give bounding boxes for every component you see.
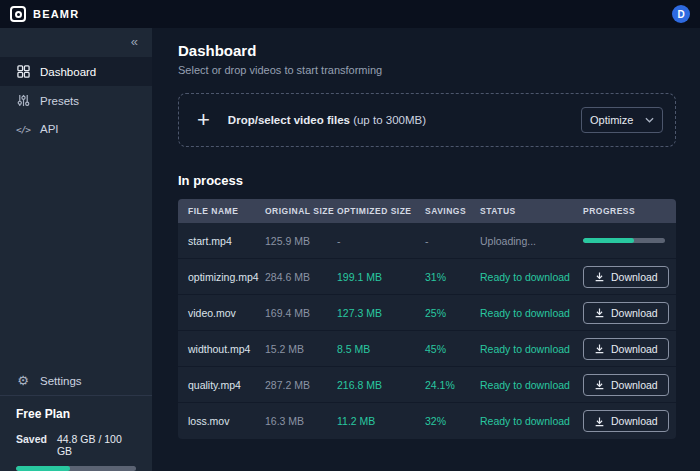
- gear-icon: ⚙: [16, 374, 30, 387]
- dropzone-label-bold: Drop/select video files: [228, 114, 350, 126]
- column-header: SAVINGS: [425, 206, 480, 216]
- status: Ready to download: [480, 415, 583, 427]
- download-button[interactable]: Download: [583, 302, 669, 324]
- original-size: 125.9 MB: [265, 235, 337, 247]
- table-row: video.mov 169.4 MB 127.3 MB 25% Ready to…: [178, 295, 676, 331]
- download-label: Download: [611, 379, 658, 391]
- sidebar-item-label: Presets: [40, 95, 79, 107]
- download-icon: [594, 416, 605, 427]
- sidebar-item-label: Settings: [40, 375, 82, 387]
- main-content: Dashboard Select or drop videos to start…: [152, 28, 700, 471]
- beamr-logo-icon: [10, 6, 26, 22]
- plan-progress-bar: [16, 466, 136, 471]
- optimized-size: 199.1 MB: [337, 271, 425, 283]
- plan-progress-fill: [16, 466, 70, 471]
- saved-value: 44.8 GB / 100 GB: [57, 433, 136, 457]
- brand-name: BEAMR: [33, 8, 79, 20]
- optimize-select-value: Optimize: [590, 114, 633, 126]
- dropzone-label-note: (up to 300MB): [353, 114, 426, 126]
- table-header-row: FILE NAMEORIGINAL SIZEOPTIMIZED SIZESAVI…: [178, 199, 676, 223]
- download-label: Download: [611, 343, 658, 355]
- download-button[interactable]: Download: [583, 410, 669, 432]
- in-process-title: In process: [178, 173, 676, 188]
- optimize-select[interactable]: Optimize: [581, 107, 663, 133]
- table-row: widthout.mp4 15.2 MB 8.5 MB 45% Ready to…: [178, 331, 676, 367]
- download-button[interactable]: Download: [583, 374, 669, 396]
- savings: -: [425, 235, 480, 247]
- original-size: 287.2 MB: [265, 379, 337, 391]
- sidebar-item-label: API: [40, 123, 59, 135]
- file-name: quality.mp4: [178, 379, 265, 391]
- dropzone[interactable]: + Drop/select video files (up to 300MB) …: [178, 93, 676, 147]
- download-icon: [594, 271, 605, 282]
- download-icon: [594, 343, 605, 354]
- status: Uploading...: [480, 235, 583, 247]
- savings: 32%: [425, 415, 480, 427]
- chevrons-left-icon: «: [131, 34, 138, 49]
- optimized-size: 11.2 MB: [337, 415, 425, 427]
- file-name: optimizing.mp4: [178, 271, 265, 283]
- download-icon: [594, 379, 605, 390]
- download-label: Download: [611, 415, 658, 427]
- status: Ready to download: [480, 379, 583, 391]
- original-size: 284.6 MB: [265, 271, 337, 283]
- dropzone-label: Drop/select video files (up to 300MB): [228, 114, 426, 126]
- file-name: video.mov: [178, 307, 265, 319]
- savings: 24.1%: [425, 379, 480, 391]
- in-process-table: FILE NAMEORIGINAL SIZEOPTIMIZED SIZESAVI…: [178, 199, 676, 439]
- user-avatar[interactable]: D: [672, 5, 690, 23]
- plus-icon: +: [197, 109, 210, 131]
- plan-name: Free Plan: [16, 407, 136, 421]
- optimized-size: 127.3 MB: [337, 307, 425, 319]
- column-header: STATUS: [480, 206, 583, 216]
- plan-panel: Free Plan Saved 44.8 GB / 100 GB: [0, 395, 152, 471]
- table-row: quality.mp4 287.2 MB 216.8 MB 24.1% Read…: [178, 367, 676, 403]
- original-size: 169.4 MB: [265, 307, 337, 319]
- column-header: FILE NAME: [178, 206, 265, 216]
- sidebar-item-dashboard[interactable]: Dashboard: [0, 57, 152, 86]
- savings: 25%: [425, 307, 480, 319]
- file-name: loss.mov: [178, 415, 265, 427]
- sidebar-item-label: Dashboard: [40, 66, 96, 78]
- download-button[interactable]: Download: [583, 338, 669, 360]
- column-header: OPTIMIZED SIZE: [337, 206, 425, 216]
- table-body: start.mp4 125.9 MB - - Uploading... opti…: [178, 223, 676, 439]
- sidebar-item-presets[interactable]: Presets: [0, 86, 152, 115]
- column-header: ORIGINAL SIZE: [265, 206, 337, 216]
- table-row: loss.mov 16.3 MB 11.2 MB 32% Ready to do…: [178, 403, 676, 439]
- savings: 45%: [425, 343, 480, 355]
- table-row: optimizing.mp4 284.6 MB 199.1 MB 31% Rea…: [178, 259, 676, 295]
- dashboard-grid-icon: [16, 65, 30, 78]
- optimized-size: -: [337, 235, 425, 247]
- file-name: widthout.mp4: [178, 343, 265, 355]
- sidebar-item-settings[interactable]: ⚙ Settings: [0, 366, 152, 395]
- file-name: start.mp4: [178, 235, 265, 247]
- download-label: Download: [611, 307, 658, 319]
- brand: BEAMR: [10, 6, 79, 22]
- status: Ready to download: [480, 271, 583, 283]
- sidebar: « Dashboard Presets </> API: [0, 28, 152, 471]
- optimized-size: 8.5 MB: [337, 343, 425, 355]
- page-subtitle: Select or drop videos to start transform…: [178, 64, 676, 76]
- original-size: 16.3 MB: [265, 415, 337, 427]
- sidebar-item-api[interactable]: </> API: [0, 115, 152, 143]
- original-size: 15.2 MB: [265, 343, 337, 355]
- status: Ready to download: [480, 343, 583, 355]
- chevron-down-icon: [645, 117, 654, 123]
- table-row: start.mp4 125.9 MB - - Uploading...: [178, 223, 676, 259]
- column-header: PROGRESS: [583, 206, 676, 216]
- savings: 31%: [425, 271, 480, 283]
- row-progress: [583, 238, 665, 243]
- download-button[interactable]: Download: [583, 266, 669, 288]
- status: Ready to download: [480, 307, 583, 319]
- sidebar-collapse-button[interactable]: «: [0, 28, 152, 57]
- download-icon: [594, 307, 605, 318]
- sliders-icon: [16, 94, 30, 107]
- page-title: Dashboard: [178, 42, 676, 59]
- row-progress-fill: [583, 238, 634, 243]
- saved-label: Saved: [16, 433, 47, 457]
- code-icon: </>: [16, 124, 30, 135]
- topbar: BEAMR D: [0, 0, 700, 28]
- download-label: Download: [611, 271, 658, 283]
- optimized-size: 216.8 MB: [337, 379, 425, 391]
